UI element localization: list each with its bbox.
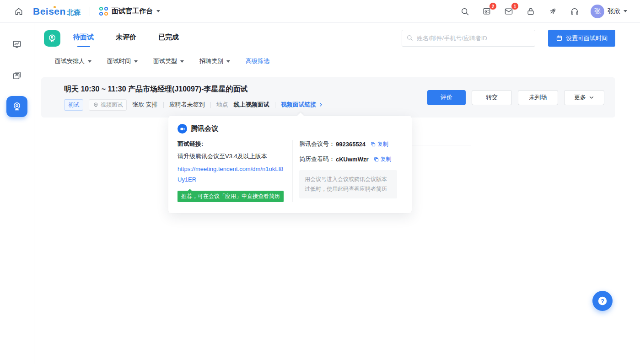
location-label: 地点 [216,101,228,109]
sidebar-item-video-interview[interactable] [6,96,27,117]
lock-icon [526,7,535,16]
stacked-windows-icon [12,70,22,80]
meeting-url-link[interactable]: https://meeting.tencent.com/dm/n1okLI8Uy… [177,164,285,185]
beisen-logo[interactable]: Beisen 北森 [33,6,81,17]
type-tag: 视频面试 [89,99,127,111]
background-divider [412,145,471,145]
logo-text-cn: 北森 [67,8,81,17]
tab-not-evaluated[interactable]: 未评价 [115,29,137,47]
resume-code-row: 简历查看码： cKUwmWzr 复制 [299,155,397,163]
chevron-down-icon [624,10,627,12]
tencent-meeting-icon [177,124,187,134]
calendar-icon [556,35,563,42]
evaluate-button[interactable]: 评价 [427,90,466,105]
resume-code-label: 简历查看码： [299,155,335,163]
copy-icon [373,156,379,162]
rocket-icon [548,7,557,16]
help-button[interactable]: ? [592,291,613,311]
filter-label: 面试时间 [107,57,131,65]
monitor-chart-icon [12,39,22,49]
whats-new-button[interactable] [547,5,559,17]
filter-type[interactable]: 面试类型 [153,57,184,65]
webcam-icon [11,101,22,112]
copy-label: 复制 [381,155,392,163]
user-menu[interactable]: 张 张欣 [591,5,627,18]
tasks-badge: 2 [489,2,497,10]
logo-i-dot [54,6,56,8]
chevron-down-icon [180,60,184,63]
avatar: 张 [591,5,604,18]
search-input[interactable] [402,30,535,47]
filter-label: 面试类型 [153,57,177,65]
copy-meeting-id-button[interactable]: 复制 [370,140,388,148]
chevron-down-icon [134,60,138,63]
interview-actions: 评价 转交 未到场 更多 [427,90,604,105]
support-button[interactable] [569,5,581,17]
toolbar: 待面试 未评价 已完成 设置可面试时间 [41,29,615,47]
tab-bar: 待面试 未评价 已完成 [72,29,180,47]
tasks-button[interactable]: 2 [481,5,493,17]
set-available-time-button[interactable]: 设置可面试时间 [548,30,615,47]
more-button[interactable]: 更多 [564,90,604,105]
meeting-id-label: 腾讯会议号： [299,140,335,148]
orders-button[interactable] [525,5,537,17]
transfer-button[interactable]: 转交 [472,90,512,105]
link-label: 面试链接: [177,140,285,148]
meta-separator [275,102,275,108]
meeting-codes-section: 腾讯会议号： 992365524 复制 简历查看码： cKUwmWzr 复制 [293,140,397,202]
search-icon [406,34,413,41]
set-available-time-label: 设置可面试时间 [566,34,608,43]
meta-separator [210,102,211,108]
chevron-down-icon [88,60,91,63]
round-tag: 初试 [64,99,83,111]
sidebar-item-records[interactable] [6,65,27,86]
type-tag-label: 视频面试 [101,101,123,109]
webcam-icon [93,102,99,108]
recommend-badge: 推荐，可在会议「应用」中直接查看简历 [177,191,284,202]
interview-meta: 初试 视频面试 张欣 安排 应聘者未签到 地点 线上视频面试 视频面试链接 [64,99,323,111]
interview-card: 明天 10:30 ~ 11:30 产品市场经理(J10097)-李星星的面试 初… [41,77,615,118]
signin-status: 应聘者未签到 [169,101,205,109]
chevron-down-icon [156,10,160,12]
module-badge-icon [44,30,60,47]
filter-label: 面试安排人 [55,57,85,65]
filter-category[interactable]: 招聘类别 [199,57,230,65]
copy-resume-code-button[interactable]: 复制 [373,155,392,163]
svg-text:?: ? [601,298,604,305]
search-icon [460,7,469,16]
meta-separator [163,102,164,108]
interview-title: 明天 10:30 ~ 11:30 产品市场经理(J10097)-李星星的面试 [64,85,323,94]
app-switcher[interactable]: 面试官工作台 [99,7,160,16]
no-show-button[interactable]: 未到场 [518,90,558,105]
app-grid-icon [99,7,108,16]
logo-text-en: Beisen [33,6,66,17]
tab-completed[interactable]: 已完成 [157,29,180,47]
workspace-title: 面试官工作台 [112,7,153,16]
advanced-filter-link[interactable]: 高级筛选 [246,57,269,65]
location-value: 线上视频面试 [234,101,269,109]
mail-badge: 1 [511,2,519,10]
mail-button[interactable]: 1 [503,5,515,17]
tab-pending-interview[interactable]: 待面试 [72,29,95,47]
resume-code-value: cKUwmWzr [336,156,369,163]
popup-title: 腾讯会议 [191,124,218,133]
search-button[interactable] [459,5,471,17]
candidate-search [402,30,535,47]
sidebar [0,23,34,364]
chevron-right-icon [318,102,323,107]
user-name: 张欣 [608,7,620,16]
headset-icon [570,7,579,16]
home-button[interactable] [13,5,25,17]
top-bar: Beisen 北森 面试官工作台 2 1 [0,0,640,23]
arranger-text: 张欣 安排 [132,101,158,109]
home-icon [14,7,23,16]
sidebar-item-dashboard[interactable] [6,34,27,55]
chevron-down-icon [589,95,594,100]
upgrade-note: 请升级腾讯会议至V3.4及以上版本 [177,152,285,161]
video-link-button[interactable]: 视频面试链接 [281,101,323,109]
filter-bar: 面试安排人 面试时间 面试类型 招聘类别 高级筛选 [55,57,615,65]
filter-time[interactable]: 面试时间 [107,57,138,65]
filter-arranger[interactable]: 面试安排人 [55,57,91,65]
more-label: 更多 [574,93,586,102]
meeting-link-section: 面试链接: 请升级腾讯会议至V3.4及以上版本 https://meeting.… [177,140,293,202]
